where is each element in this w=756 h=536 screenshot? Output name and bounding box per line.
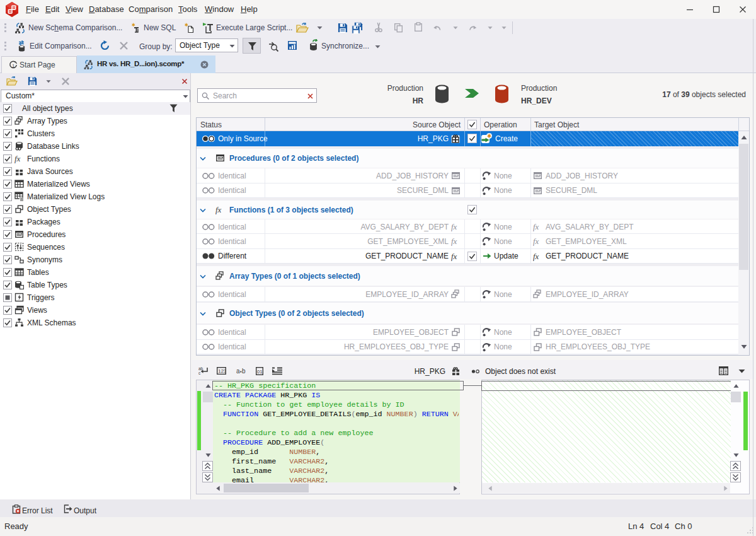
svg-text:fx: fx [533, 222, 539, 231]
svg-text:fx: fx [533, 252, 539, 261]
svg-text:01: 01 [257, 369, 262, 375]
svg-text:fx: fx [451, 236, 457, 246]
svg-text:1: 1 [12, 64, 14, 68]
svg-text:123: 123 [218, 368, 226, 374]
svg-text:fx: fx [451, 222, 457, 231]
svg-text:fx: fx [451, 252, 457, 261]
svg-text:b: b [242, 368, 246, 374]
svg-text:fx: fx [533, 236, 539, 246]
svg-text:c: c [198, 371, 201, 375]
svg-text:fx: fx [14, 154, 21, 163]
svg-text:a: a [236, 368, 240, 374]
svg-text:fx: fx [215, 205, 222, 214]
svg-text:ab: ab [198, 366, 203, 371]
